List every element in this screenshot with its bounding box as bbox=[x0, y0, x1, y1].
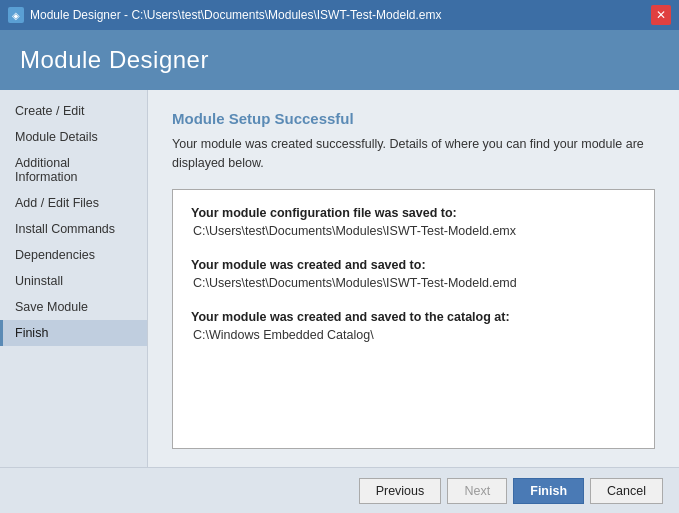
sidebar: Create / Edit Module Details Additional … bbox=[0, 90, 148, 467]
sidebar-item-module-details[interactable]: Module Details bbox=[0, 124, 147, 150]
title-bar: ◈ Module Designer - C:\Users\test\Docume… bbox=[0, 0, 679, 30]
catalog-path: C:\Windows Embedded Catalog\ bbox=[191, 328, 636, 342]
config-file-label: Your module configuration file was saved… bbox=[191, 206, 636, 220]
module-created-path: C:\Users\test\Documents\Modules\ISWT-Tes… bbox=[191, 276, 636, 290]
next-button[interactable]: Next bbox=[447, 478, 507, 504]
app-icon: ◈ bbox=[8, 7, 24, 23]
finish-button[interactable]: Finish bbox=[513, 478, 584, 504]
catalog-label: Your module was created and saved to the… bbox=[191, 310, 636, 324]
title-bar-left: ◈ Module Designer - C:\Users\test\Docume… bbox=[8, 7, 441, 23]
footer: Previous Next Finish Cancel bbox=[0, 467, 679, 513]
sidebar-item-add-edit-files[interactable]: Add / Edit Files bbox=[0, 190, 147, 216]
module-created-section: Your module was created and saved to: C:… bbox=[191, 258, 636, 290]
success-description: Your module was created successfully. De… bbox=[172, 135, 655, 173]
window-title: Module Designer - C:\Users\test\Document… bbox=[30, 8, 441, 22]
sidebar-item-finish[interactable]: Finish bbox=[0, 320, 147, 346]
sidebar-item-save-module[interactable]: Save Module bbox=[0, 294, 147, 320]
main-window: Module Designer Create / Edit Module Det… bbox=[0, 30, 679, 513]
header: Module Designer bbox=[0, 30, 679, 90]
sidebar-item-create-edit[interactable]: Create / Edit bbox=[0, 98, 147, 124]
config-file-path: C:\Users\test\Documents\Modules\ISWT-Tes… bbox=[191, 224, 636, 238]
close-button[interactable]: ✕ bbox=[651, 5, 671, 25]
module-created-label: Your module was created and saved to: bbox=[191, 258, 636, 272]
success-title: Module Setup Successful bbox=[172, 110, 655, 127]
cancel-button[interactable]: Cancel bbox=[590, 478, 663, 504]
catalog-section: Your module was created and saved to the… bbox=[191, 310, 636, 342]
app-title: Module Designer bbox=[20, 46, 659, 74]
sidebar-item-additional-information[interactable]: Additional Information bbox=[0, 150, 147, 190]
content-area: Create / Edit Module Details Additional … bbox=[0, 90, 679, 467]
sidebar-item-install-commands[interactable]: Install Commands bbox=[0, 216, 147, 242]
config-file-section: Your module configuration file was saved… bbox=[191, 206, 636, 238]
info-box: Your module configuration file was saved… bbox=[172, 189, 655, 449]
previous-button[interactable]: Previous bbox=[359, 478, 442, 504]
sidebar-item-uninstall[interactable]: Uninstall bbox=[0, 268, 147, 294]
main-content: Module Setup Successful Your module was … bbox=[148, 90, 679, 467]
sidebar-item-dependencies[interactable]: Dependencies bbox=[0, 242, 147, 268]
